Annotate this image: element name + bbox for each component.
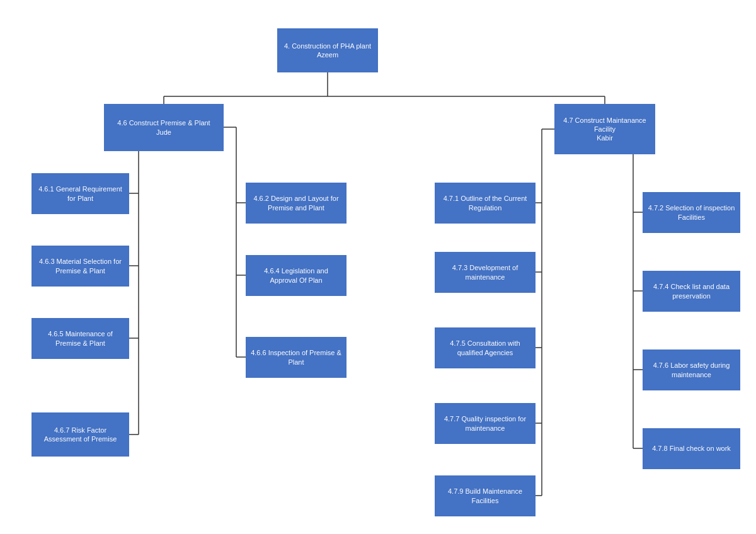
node-475: 4.7.5 Consultation with qualified Agenci… xyxy=(435,327,536,368)
node-462: 4.6.2 Design and Layout for Premise and … xyxy=(246,183,346,224)
root-node: 4. Construction of PHA plant Azeem xyxy=(277,28,378,72)
node-464: 4.6.4 Legislation and Approval Of Plan xyxy=(246,255,346,296)
chart-container: 4. Construction of PHA plant Azeem 4.6 C… xyxy=(0,0,756,534)
node-46: 4.6 Construct Premise & Plant Jude xyxy=(104,104,224,151)
node-471: 4.7.1 Outline of the Current Regulation xyxy=(435,183,536,224)
node-467: 4.6.7 Risk Factor Assessment of Premise xyxy=(32,412,129,457)
node-476: 4.7.6 Labor safety during maintenance xyxy=(643,349,740,390)
node-478: 4.7.8 Final check on work xyxy=(643,428,740,469)
node-474: 4.7.4 Check list and data preservation xyxy=(643,271,740,312)
node-461: 4.6.1 General Requirement for Plant xyxy=(32,173,129,214)
node-479: 4.7.9 Build Maintenance Facilities xyxy=(435,475,536,516)
node-473: 4.7.3 Development of maintenance xyxy=(435,252,536,293)
node-465: 4.6.5 Maintenance of Premise & Plant xyxy=(32,318,129,359)
node-463: 4.6.3 Material Selection for Premise & P… xyxy=(32,246,129,287)
node-472: 4.7.2 Selection of inspection Facilities xyxy=(643,192,740,233)
node-47: 4.7 Construct Maintanance Facility Kabir xyxy=(554,104,655,154)
node-477: 4.7.7 Quality inspection for maintenance xyxy=(435,403,536,444)
node-466: 4.6.6 Inspection of Premise & Plant xyxy=(246,337,346,378)
